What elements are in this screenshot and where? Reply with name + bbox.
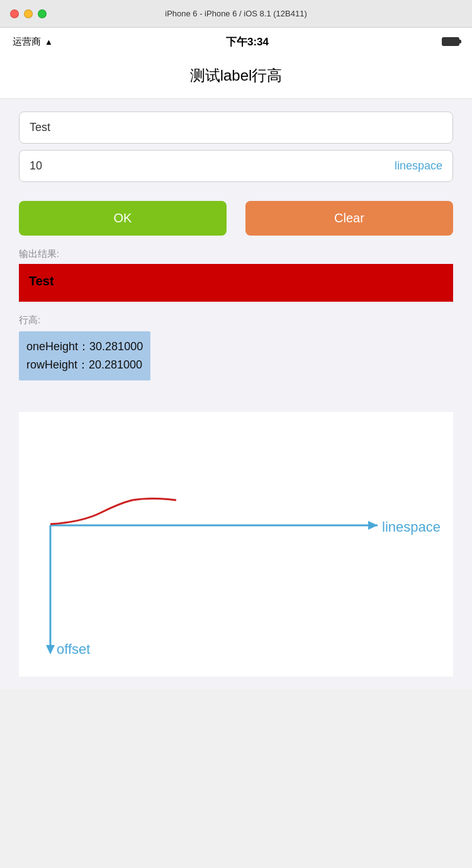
linespace-diagram-label: linespace (382, 519, 441, 535)
status-left: 运营商 ▲ (13, 36, 53, 48)
one-height-value: 30.281000 (89, 340, 143, 353)
page-title: 测试label行高 (190, 67, 283, 84)
title-bar: iPhone 6 - iPhone 6 / iOS 8.1 (12B411) (0, 0, 472, 28)
status-time: 下午3:34 (226, 35, 269, 49)
row-height-label: rowHeight： (26, 358, 89, 371)
wifi-icon: ▲ (45, 37, 53, 47)
one-height-row: oneHeight：30.281000 (26, 338, 143, 356)
one-height-label: oneHeight： (26, 340, 89, 353)
status-right (442, 37, 459, 46)
maximize-button[interactable] (38, 9, 47, 18)
button-row: OK Clear (19, 201, 453, 236)
nav-title: 测试label行高 (0, 55, 472, 99)
battery-icon (442, 37, 459, 46)
close-button[interactable] (10, 9, 19, 18)
window-title: iPhone 6 - iPhone 6 / iOS 8.1 (12B411) (165, 9, 306, 18)
row-height-box: oneHeight：30.281000 rowHeight：20.281000 (19, 331, 150, 380)
clear-button[interactable]: Clear (245, 201, 453, 236)
output-label: 输出结果: (19, 248, 453, 260)
row-height-value: 20.281000 (89, 358, 142, 371)
carrier-label: 运营商 (13, 36, 41, 48)
svg-marker-1 (368, 521, 378, 530)
linespace-row: 10 linespace (19, 150, 453, 182)
svg-marker-3 (46, 645, 55, 654)
main-content: 10 linespace OK Clear 输出结果: Test 行高: one… (0, 99, 472, 689)
input-group (19, 111, 453, 144)
diagram: linespace offset (19, 412, 453, 677)
linespace-value: 10 (30, 159, 42, 173)
output-box: Test (19, 264, 453, 302)
row-height-label: 行高: (19, 314, 453, 326)
window-controls (10, 9, 47, 18)
status-bar: 运营商 ▲ 下午3:34 (0, 28, 472, 55)
minimize-button[interactable] (24, 9, 33, 18)
linespace-field-label: linespace (395, 159, 442, 173)
text-input[interactable] (19, 111, 453, 144)
offset-diagram-label: offset (57, 641, 90, 658)
ok-button[interactable]: OK (19, 201, 227, 236)
output-text: Test (29, 274, 54, 288)
row-height-row: rowHeight：20.281000 (26, 356, 143, 374)
